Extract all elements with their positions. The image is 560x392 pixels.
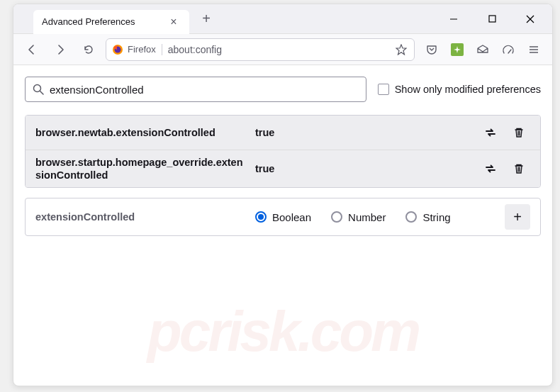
modified-only-label: Show only modified preferences [395, 84, 541, 95]
toolbar-icons [420, 38, 545, 61]
firefox-logo-icon [112, 44, 123, 55]
radio-input[interactable] [331, 211, 342, 223]
toggle-button[interactable] [479, 121, 502, 144]
radio-input[interactable] [405, 211, 417, 223]
minimize-button[interactable] [437, 8, 470, 30]
search-icon [33, 84, 44, 95]
radio-input[interactable] [255, 211, 267, 223]
svg-rect-1 [489, 16, 495, 22]
pref-value: true [255, 163, 472, 174]
url-identity: Firefox [112, 44, 162, 55]
tab-title: Advanced Preferences [42, 16, 167, 27]
bookmark-star-icon[interactable] [394, 43, 408, 57]
prefs-table: browser.newtab.extensionControlled true … [25, 115, 541, 188]
navbar: Firefox about:config [13, 34, 552, 65]
pref-name: browser.newtab.extensionControlled [35, 126, 248, 139]
meter-icon[interactable] [497, 38, 520, 61]
svg-line-10 [40, 91, 44, 95]
new-pref-name: extensionControlled [35, 211, 248, 223]
url-bar[interactable]: Firefox about:config [106, 38, 415, 61]
inbox-icon[interactable] [471, 38, 494, 61]
type-options: Boolean Number String [255, 211, 498, 223]
radio-label: String [422, 211, 450, 223]
menu-button[interactable] [522, 38, 545, 61]
add-pref-button[interactable]: + [505, 204, 530, 230]
toggle-button[interactable] [479, 157, 502, 180]
titlebar: Advanced Preferences × + [13, 4, 552, 34]
radio-boolean[interactable]: Boolean [255, 211, 311, 223]
delete-button[interactable] [508, 157, 530, 180]
maximize-button[interactable] [476, 8, 508, 30]
delete-button[interactable] [508, 121, 530, 144]
pref-value: true [255, 127, 472, 138]
search-box [25, 77, 366, 102]
watermark: pcrisk.com [147, 299, 418, 364]
close-window-button[interactable] [514, 8, 547, 30]
radio-label: Boolean [272, 211, 311, 223]
back-button[interactable] [21, 38, 43, 61]
radio-string[interactable]: String [405, 211, 450, 223]
pref-row: browser.startup.homepage_override.extens… [26, 150, 540, 187]
pref-actions [479, 121, 530, 144]
pref-name: browser.startup.homepage_override.extens… [35, 156, 248, 181]
pref-row: browser.newtab.extensionControlled true [26, 116, 540, 150]
browser-window: Advanced Preferences × + [13, 4, 553, 386]
content-area: Show only modified preferences browser.n… [13, 65, 552, 247]
new-tab-button[interactable]: + [195, 8, 218, 30]
new-pref-container: extensionControlled Boolean Number Strin… [25, 198, 541, 236]
browser-tab[interactable]: Advanced Preferences × [33, 10, 189, 34]
search-input[interactable] [50, 84, 359, 96]
identity-label: Firefox [128, 44, 156, 55]
extension-icon[interactable] [446, 38, 469, 61]
radio-label: Number [348, 211, 386, 223]
new-pref-row: extensionControlled Boolean Number Strin… [26, 198, 540, 235]
url-text: about:config [168, 44, 388, 55]
modified-only-checkbox[interactable] [378, 84, 389, 95]
radio-number[interactable]: Number [331, 211, 386, 223]
window-controls [437, 8, 552, 30]
search-row: Show only modified preferences [25, 77, 541, 102]
close-tab-icon[interactable]: × [167, 15, 181, 29]
reload-button[interactable] [77, 38, 100, 61]
modified-only-checkbox-row[interactable]: Show only modified preferences [378, 84, 541, 95]
pref-actions [479, 157, 530, 180]
pocket-icon[interactable] [420, 38, 443, 61]
forward-button[interactable] [49, 38, 72, 61]
